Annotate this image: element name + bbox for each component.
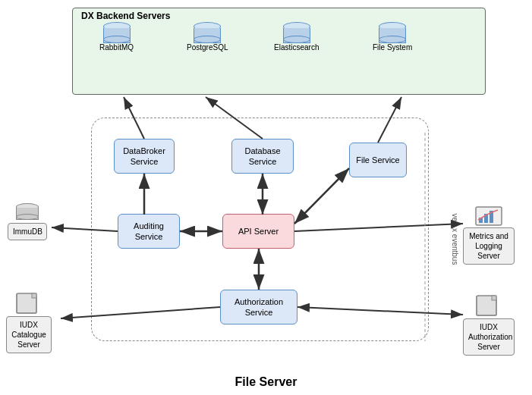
filesystem-node: File System (373, 22, 412, 52)
postgresql-label: PostgreSQL (187, 43, 228, 52)
auditing-service-node: Auditing Service (118, 214, 180, 249)
elasticsearch-node: Elasticsearch (274, 22, 319, 52)
filesystem-label: File System (373, 43, 412, 52)
iudx-catalogue-node: IUDX Catalogue Server (6, 292, 52, 353)
iudx-catalogue-label: IUDX Catalogue Server (6, 316, 52, 353)
databroker-service-node: DataBroker Service (114, 139, 175, 174)
page-title: File Server (0, 375, 532, 389)
svg-rect-7 (492, 296, 496, 300)
immudb-node: ImmuDB (8, 203, 47, 240)
api-server-node: API Server (222, 214, 294, 249)
postgresql-node: PostgreSQL (187, 22, 228, 52)
file-service-node: File Service (349, 143, 407, 177)
rabbitmq-label: RabbitMQ (99, 43, 134, 52)
iudx-auth-node: IUDX Authorization Server (463, 294, 515, 356)
metrics-node: Metrics and Logging Server (463, 206, 515, 265)
iudx-auth-label: IUDX Authorization Server (463, 318, 515, 356)
diagram: RabbitMQ PostgreSQL Elasticsearch (0, 0, 532, 395)
elasticsearch-label: Elasticsearch (274, 43, 319, 52)
eventbus-label: vert.x eventbus (451, 214, 459, 265)
immudb-label: ImmuDB (8, 223, 47, 240)
database-service-node: Database Service (231, 139, 294, 174)
dx-backend-label: DX Backend Servers (81, 11, 170, 21)
authorization-service-node: Authorization Service (220, 290, 297, 324)
rabbitmq-node: RabbitMQ (99, 22, 134, 52)
svg-rect-1 (32, 293, 36, 298)
metrics-label: Metrics and Logging Server (463, 227, 515, 265)
